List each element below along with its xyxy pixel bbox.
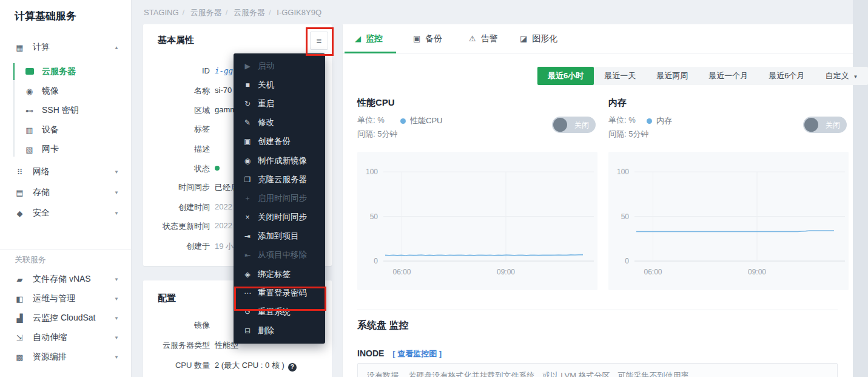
caret-down-icon[interactable]: ▼ xyxy=(114,335,119,341)
svg-text:100: 100 xyxy=(366,168,378,176)
field-label: 描述 xyxy=(143,144,210,155)
scrollbar-track[interactable] xyxy=(853,0,868,377)
memory-unit-label: 单位: % xyxy=(608,115,636,126)
menu-item-shutdown[interactable]: ■关机 xyxy=(234,76,325,93)
menu-item-delete[interactable]: ⊟删除 xyxy=(234,322,325,340)
status-updated-value: 2022 xyxy=(215,221,232,230)
time-range-1m[interactable]: 最近一个月 xyxy=(698,67,758,85)
actions-menu-button[interactable]: ≡ xyxy=(310,32,328,50)
svg-text:09:00: 09:00 xyxy=(748,268,766,276)
time-range-6h[interactable]: 最近6小时 xyxy=(537,67,594,85)
breadcrumb-env[interactable]: STAGING xyxy=(144,8,179,17)
svg-text:100: 100 xyxy=(617,168,629,176)
cpu-toggle-switch[interactable]: 关闭 xyxy=(552,117,596,133)
caret-down-icon[interactable]: ▼ xyxy=(114,211,119,216)
sidebar: 计算基础服务 ▦ 计算 ▲ 云服务器 ◉ 镜像 ⊷ SSH 密钥 ▥ 设备 ▧ … xyxy=(0,0,132,377)
memory-chart-title: 内存 xyxy=(608,97,627,109)
menu-item-add-to-project[interactable]: ⇥添加到项目 xyxy=(234,228,325,245)
menu-item-bind-tag[interactable]: ◈绑定标签 xyxy=(234,265,325,283)
created-ago-value: 19 小 xyxy=(215,241,234,252)
time-range-6m[interactable]: 最近6个月 xyxy=(758,67,815,85)
bar-chart-icon: ▟ xyxy=(15,314,25,323)
sidebar-item-label: 网卡 xyxy=(42,144,59,155)
system-disk-heading: 系统盘 监控 xyxy=(357,319,408,332)
menu-item-reset-system[interactable]: ↺重置系统 xyxy=(234,304,325,321)
orchestration-icon: ▩ xyxy=(15,353,25,362)
time-range-1d[interactable]: 最近一天 xyxy=(594,67,646,85)
menu-item-disable-time-sync[interactable]: ×关闭时间同步 xyxy=(234,209,325,226)
camera-icon: ▣ xyxy=(242,137,253,146)
sidebar-item-nic[interactable]: ▧ 网卡 xyxy=(0,140,131,159)
sidebar-item-label: 网络 xyxy=(33,166,50,177)
sidebar-item-compute[interactable]: ▦ 计算 ▲ xyxy=(0,38,131,57)
caret-down-icon[interactable]: ▼ xyxy=(114,190,119,195)
image-mirror-icon: ◉ xyxy=(24,87,35,96)
memory-line-chart[interactable]: 05010006:0009:00 xyxy=(608,152,849,290)
tab-visualization[interactable]: ◪ 图形化 xyxy=(520,24,557,53)
menu-item-clone-server[interactable]: ❐克隆云服务器 xyxy=(234,171,325,188)
sidebar-item-label: 设备 xyxy=(42,124,59,135)
plus-icon: + xyxy=(242,194,253,203)
field-label: 创建时间 xyxy=(143,202,210,213)
sidebar-item-label: 安全 xyxy=(33,208,50,219)
sidebar-divider xyxy=(0,250,131,250)
sidebar-item-orchestration[interactable]: ▩ 资源编排 ▼ xyxy=(0,347,131,367)
sidebar-item-label: 资源编排 xyxy=(33,352,67,362)
time-range-custom[interactable]: 自定义▼ xyxy=(815,67,868,85)
caret-down-icon[interactable]: ▼ xyxy=(114,316,119,321)
trash-icon: ⊟ xyxy=(242,327,253,335)
menu-item-modify[interactable]: ✎修改 xyxy=(234,114,325,132)
legend-dot-icon xyxy=(400,118,406,124)
sidebar-item-cloudsat[interactable]: ▟ 云监控 CloudSat ▼ xyxy=(0,308,131,328)
network-icon: ⠿ xyxy=(15,168,25,177)
svg-text:09:00: 09:00 xyxy=(497,268,515,276)
sidebar-item-security[interactable]: ◆ 安全 ▼ xyxy=(0,203,131,223)
menu-item-reset-password[interactable]: ⋯重置登录密码 xyxy=(234,284,325,302)
memory-toggle-switch[interactable]: 关闭 xyxy=(803,117,847,133)
cpu-legend: 性能CPU xyxy=(400,115,442,126)
menu-item-remove-from-project: ⇤从项目中移除 xyxy=(234,246,325,264)
menu-item-enable-time-sync: +启用时间同步 xyxy=(234,189,325,207)
svg-text:50: 50 xyxy=(370,212,378,221)
sidebar-item-vnas[interactable]: ▰ 文件存储 vNAS ▼ xyxy=(0,270,131,289)
sidebar-item-device[interactable]: ▥ 设备 xyxy=(0,120,131,140)
remove-from-project-icon: ⇤ xyxy=(242,251,253,259)
tab-monitoring[interactable]: ◢ 监控 xyxy=(355,24,383,53)
sidebar-item-ssh-key[interactable]: ⊷ SSH 密钥 xyxy=(0,101,131,120)
sidebar-item-storage[interactable]: ▤ 存储 ▼ xyxy=(0,183,131,202)
tab-alerts[interactable]: ⚠ 告警 xyxy=(469,24,498,53)
sidebar-item-ops-management[interactable]: ◧ 运维与管理 ▼ xyxy=(0,289,131,308)
sidebar-item-image[interactable]: ◉ 镜像 xyxy=(0,81,131,101)
cpu-interval-label: 间隔: 5分钟 xyxy=(357,129,397,140)
caret-down-icon[interactable]: ▼ xyxy=(114,355,119,360)
svg-text:06:00: 06:00 xyxy=(644,268,662,276)
status-value xyxy=(215,163,220,172)
inode-row: INODE [ 查看监控图 ] xyxy=(357,348,442,359)
breadcrumb-resource[interactable]: 云服务器 xyxy=(234,8,265,17)
menu-item-restart[interactable]: ↻重启 xyxy=(234,95,325,112)
caret-up-icon[interactable]: ▲ xyxy=(114,45,119,50)
caret-down-icon[interactable]: ▼ xyxy=(114,277,119,282)
cpu-line-chart[interactable]: 05010006:0009:00 xyxy=(357,152,597,290)
field-label: 状态 xyxy=(143,163,210,174)
field-label: CPU 数量 xyxy=(143,360,210,371)
bell-icon: ⚠ xyxy=(469,34,476,43)
stop-icon: ■ xyxy=(242,81,253,89)
caret-down-icon[interactable]: ▼ xyxy=(114,296,119,302)
sidebar-item-autoscaling[interactable]: ⇲ 自动伸缩 ▼ xyxy=(0,328,131,347)
help-icon[interactable]: ? xyxy=(288,363,297,372)
time-range-2w[interactable]: 最近两周 xyxy=(646,67,698,85)
menu-item-make-image[interactable]: ◉制作成新镜像 xyxy=(234,152,325,169)
breadcrumb-service[interactable]: 云服务器 xyxy=(190,8,222,17)
menu-item-create-backup[interactable]: ▣创建备份 xyxy=(234,133,325,151)
tag-icon: ◈ xyxy=(242,270,253,279)
breadcrumb: STAGING/ 云服务器/ 云服务器/ I-GGIK8Y9Q xyxy=(144,7,324,18)
tab-backup[interactable]: ▣ 备份 xyxy=(413,24,442,53)
instance-id-value[interactable]: i-gg xyxy=(215,66,233,75)
sidebar-item-cloud-server[interactable]: 云服务器 xyxy=(0,62,131,81)
view-monitor-chart-link[interactable]: [ 查看监控图 ] xyxy=(392,349,442,358)
sidebar-item-label: 存储 xyxy=(33,187,50,198)
caret-down-icon[interactable]: ▼ xyxy=(114,169,119,175)
sidebar-item-network[interactable]: ⠿ 网络 ▼ xyxy=(0,162,131,182)
breadcrumb-instance-id: I-GGIK8Y9Q xyxy=(277,8,321,17)
